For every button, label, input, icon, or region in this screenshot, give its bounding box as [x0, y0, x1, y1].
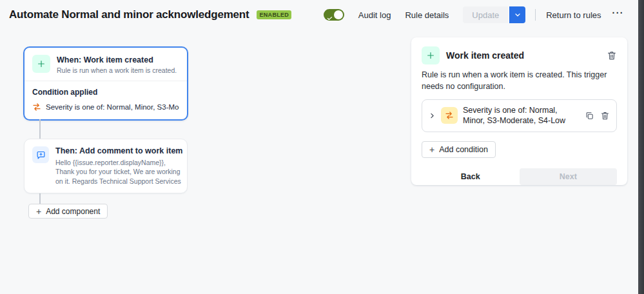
plus-icon: +	[429, 145, 434, 154]
panel-description: Rule is run when a work item is created.…	[422, 70, 617, 93]
header-bar: Automate Normal and minor acknowledgemen…	[0, 0, 637, 30]
next-button[interactable]: Next	[520, 168, 618, 185]
automation-rule-builder: Automate Normal and minor acknowledgemen…	[0, 0, 644, 294]
rule-details-button[interactable]: Rule details	[405, 10, 449, 20]
condition-summary-text: Severity is one of: Normal, Minor, S3-Mo…	[46, 103, 179, 111]
return-to-rules-button[interactable]: Return to rules	[546, 10, 601, 20]
chevron-right-icon	[429, 112, 436, 119]
then-card-title: Then: Add comment to work item	[55, 146, 183, 155]
then-action-card[interactable]: Then: Add comment to work item Hello {{i…	[24, 139, 188, 193]
trash-icon	[607, 50, 617, 61]
expand-condition-button[interactable]	[429, 112, 436, 119]
trash-icon	[600, 111, 610, 121]
when-card-title: When: Work item created	[57, 55, 177, 64]
toggle-knob	[334, 10, 343, 19]
header-divider	[535, 9, 536, 21]
delete-trigger-button[interactable]	[607, 50, 617, 61]
panel-header: Work item created	[422, 46, 617, 64]
duplicate-condition-button[interactable]	[585, 111, 594, 121]
page-title: Automate Normal and minor acknowledgemen…	[9, 8, 249, 21]
plus-icon: +	[36, 207, 41, 216]
rule-enabled-toggle[interactable]	[324, 9, 344, 21]
add-component-label: Add component	[46, 207, 100, 216]
condition-section-label: Condition applied	[32, 88, 179, 97]
panel-title: Work item created	[446, 50, 600, 61]
add-component-button[interactable]: + Add component	[28, 204, 108, 219]
when-card-top: When: Work item created Rule is run when…	[24, 48, 187, 81]
when-trigger-card[interactable]: When: Work item created Rule is run when…	[23, 46, 188, 121]
plus-icon	[32, 55, 50, 73]
plus-icon	[422, 46, 440, 64]
status-badge: ENABLED	[257, 10, 291, 19]
more-options-button[interactable]: ···	[612, 10, 625, 20]
back-button[interactable]: Back	[461, 172, 480, 181]
add-condition-label: Add condition	[439, 145, 488, 154]
update-dropdown-button[interactable]	[509, 6, 525, 23]
chevron-down-icon	[514, 11, 522, 19]
panel-footer: Back Next	[422, 168, 617, 185]
condition-text: Severity is one of: Normal, Minor, S3-Mo…	[463, 105, 580, 127]
swap-arrows-icon	[441, 107, 458, 124]
ellipsis-icon: ···	[612, 8, 625, 18]
scrollbar[interactable]	[638, 0, 644, 294]
header-actions: Audit log Rule details Update Return to …	[324, 6, 637, 23]
check-icon	[327, 12, 333, 24]
condition-row[interactable]: Severity is one of: Normal, Minor, S3-Mo…	[422, 99, 617, 133]
copy-icon	[585, 111, 594, 121]
then-card-body: Hello {{issue.reporter.displayName}}, Th…	[55, 158, 183, 186]
delete-condition-button[interactable]	[600, 111, 610, 121]
update-split-button: Update	[463, 6, 525, 23]
when-card-conditions: Condition applied Severity is one of: No…	[24, 81, 187, 119]
trigger-config-panel: Work item created Rule is run when a wor…	[411, 37, 627, 185]
audit-log-button[interactable]: Audit log	[358, 10, 391, 20]
update-button[interactable]: Update	[463, 6, 508, 23]
when-card-subtitle: Rule is run when a work item is created.	[57, 66, 177, 74]
condition-summary-row[interactable]: Severity is one of: Normal, Minor, S3-Mo…	[32, 103, 179, 112]
comment-add-icon	[32, 146, 49, 163]
swap-arrows-icon	[32, 103, 41, 112]
connector-line	[39, 119, 41, 139]
add-condition-button[interactable]: + Add condition	[422, 141, 496, 158]
